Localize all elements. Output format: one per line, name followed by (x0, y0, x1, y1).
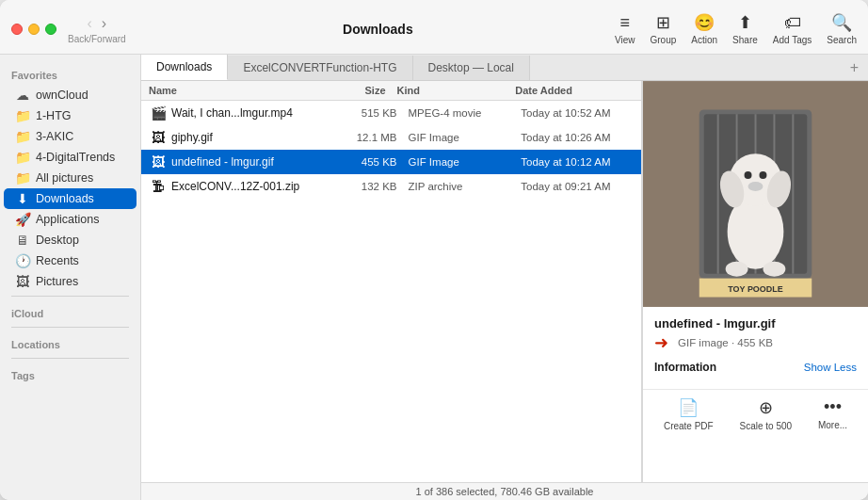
sidebar-item-label: 1-HTG (36, 109, 72, 122)
col-date-header: Date Added (515, 85, 634, 96)
file-row-selected[interactable]: 🖼 undefined - lmgur.gif 455 KB GIF Image… (141, 150, 641, 174)
share-button[interactable]: ⬆ Share (732, 12, 758, 45)
file-icon: 🗜 (149, 177, 168, 196)
action-button[interactable]: 😊 Action (691, 12, 717, 45)
show-less-button[interactable]: Show Less (804, 361, 857, 374)
folder-icon: 📁 (15, 129, 30, 144)
nav-arrows-wrapper: ‹ › Back/Forward (68, 13, 126, 44)
sidebar-item-3akic[interactable]: 📁 3-AKIC (4, 126, 137, 147)
sidebar-item-4digital[interactable]: 📁 4-DigitalTrends (4, 147, 137, 168)
sidebar-item-label: Desktop (36, 234, 79, 247)
scale-icon: ⊕ (759, 397, 773, 418)
scale-label: Scale to 500 (740, 421, 793, 431)
finder-window: ‹ › Back/Forward Downloads ≡ View ⊞ Grou… (0, 0, 868, 500)
file-date: Today at 10:26 AM (521, 132, 634, 143)
search-button[interactable]: 🔍 Search (827, 12, 857, 45)
preview-panel: TOY POODLE undefined - lmgur.gif ➜ GIF i… (642, 81, 868, 482)
minimize-button[interactable] (28, 24, 40, 35)
view-button[interactable]: ≡ View (615, 13, 635, 45)
preview-info: undefined - lmgur.gif ➜ GIF image · 455 … (643, 307, 868, 389)
main-area: Favorites ☁ ownCloud 📁 1-HTG 📁 3-AKIC 📁 … (0, 55, 868, 500)
zoom-button[interactable] (45, 24, 56, 35)
file-kind: ZIP archive (409, 181, 522, 192)
svg-point-12 (745, 171, 752, 179)
share-label: Share (732, 35, 758, 45)
file-date: Today at 10:52 AM (521, 107, 634, 119)
file-name: undefined - lmgur.gif (171, 155, 322, 169)
close-button[interactable] (11, 24, 23, 35)
add-tags-icon: 🏷 (784, 13, 801, 33)
add-tags-label: Add Tags (773, 35, 812, 45)
action-icon: 😊 (694, 12, 715, 33)
col-kind-header: Kind (397, 85, 516, 96)
pictures-icon: 🖼 (15, 274, 30, 289)
applications-icon: 🚀 (15, 212, 30, 227)
sidebar-item-recents[interactable]: 🕐 Recents (4, 250, 137, 271)
window-title: Downloads (141, 22, 615, 37)
file-row[interactable]: 🗜 ExcelCONV...12Z-001.zip 132 KB ZIP arc… (141, 174, 641, 199)
favorites-section-label: Favorites (0, 62, 140, 85)
share-icon: ⬆ (738, 12, 752, 33)
sidebar-item-allpictures[interactable]: 📁 All pictures (4, 168, 137, 188)
svg-point-15 (726, 262, 748, 277)
tab-downloads[interactable]: Downloads (141, 55, 228, 80)
more-icon: ••• (824, 397, 842, 417)
sidebar: Favorites ☁ ownCloud 📁 1-HTG 📁 3-AKIC 📁 … (0, 55, 141, 500)
file-row[interactable]: 🎬 Wait, I chan...lmgur.mp4 515 KB MPEG-4… (141, 101, 641, 125)
sidebar-item-applications[interactable]: 🚀 Applications (4, 209, 137, 230)
search-icon: 🔍 (831, 12, 852, 33)
preview-meta-text: GIF image · 455 KB (678, 337, 773, 348)
preview-svg: TOY POODLE (643, 81, 868, 307)
traffic-lights (11, 24, 56, 35)
recents-icon: 🕐 (15, 253, 30, 268)
file-list-header: Name Size Kind Date Added (141, 81, 641, 101)
locations-section-label: Locations (0, 331, 140, 354)
status-bar: 1 of 386 selected, 780.46 GB available (141, 482, 868, 500)
info-label: Information (654, 361, 716, 374)
col-size-header: Size (307, 85, 397, 96)
create-pdf-label: Create PDF (664, 421, 714, 431)
back-button[interactable]: ‹ (84, 13, 96, 34)
file-row[interactable]: 🖼 giphy.gif 12.1 MB GIF Image Today at 1… (141, 125, 641, 150)
forward-button[interactable]: › (98, 13, 110, 34)
scale-500-button[interactable]: ⊕ Scale to 500 (740, 397, 793, 431)
sidebar-item-1htg[interactable]: 📁 1-HTG (4, 105, 137, 126)
svg-point-14 (748, 182, 764, 191)
more-button[interactable]: ••• More... (818, 397, 847, 431)
sidebar-item-label: 3-AKIC (36, 130, 73, 143)
col-name-header: Name (149, 85, 307, 96)
sidebar-item-label: All pictures (36, 171, 93, 185)
sidebar-item-downloads[interactable]: ⬇ Downloads (4, 188, 137, 209)
preview-meta: ➜ GIF image · 455 KB (654, 332, 857, 353)
add-tab-button[interactable]: + (841, 56, 868, 80)
create-pdf-button[interactable]: 📄 Create PDF (664, 397, 714, 431)
desktop-icon: 🖥 (15, 233, 30, 248)
view-icon: ≡ (620, 13, 631, 33)
file-kind: GIF Image (409, 132, 522, 143)
create-pdf-icon: 📄 (678, 397, 699, 418)
add-tags-button[interactable]: 🏷 Add Tags (773, 13, 812, 45)
view-label: View (615, 35, 635, 45)
owncloud-icon: ☁ (15, 88, 30, 103)
nav-label: Back/Forward (68, 34, 126, 44)
preview-section-title: Information Show Less (654, 361, 857, 374)
sidebar-divider (11, 327, 129, 328)
tab-excel[interactable]: ExcelCONVERTFunction-HTG (228, 56, 412, 80)
preview-actions: 📄 Create PDF ⊕ Scale to 500 ••• More... (643, 389, 868, 439)
sidebar-item-pictures[interactable]: 🖼 Pictures (4, 271, 137, 292)
search-label: Search (827, 35, 857, 45)
file-size: 12.1 MB (322, 132, 409, 143)
tab-desktop[interactable]: Desktop — Local (413, 56, 530, 80)
sidebar-item-owncloud[interactable]: ☁ ownCloud (4, 85, 137, 105)
sidebar-item-desktop[interactable]: 🖥 Desktop (4, 230, 137, 250)
file-name: ExcelCONV...12Z-001.zip (171, 180, 322, 193)
file-kind: MPEG-4 movie (409, 107, 522, 119)
file-size: 455 KB (322, 156, 409, 168)
downloads-icon: ⬇ (15, 191, 30, 206)
tags-section-label: Tags (0, 363, 140, 385)
preview-filename: undefined - lmgur.gif (654, 316, 857, 331)
icloud-section-label: iCloud (0, 300, 140, 323)
sidebar-item-label: ownCloud (36, 89, 88, 102)
toolbar: ‹ › Back/Forward Downloads ≡ View ⊞ Grou… (0, 0, 868, 55)
group-button[interactable]: ⊞ Group (651, 12, 677, 45)
